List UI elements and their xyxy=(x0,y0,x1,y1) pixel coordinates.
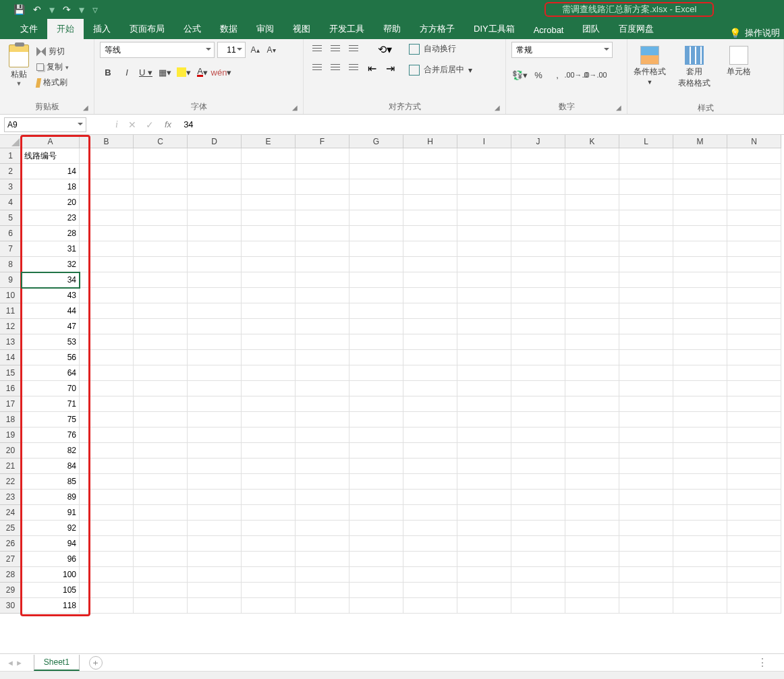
cell-N15[interactable] xyxy=(727,365,781,381)
cell-H14[interactable] xyxy=(403,350,457,365)
tab-acrobat[interactable]: Acrobat xyxy=(524,21,573,39)
redo-icon[interactable]: ↷ xyxy=(63,4,71,15)
cell-J19[interactable] xyxy=(511,427,565,443)
cell-K4[interactable] xyxy=(565,195,619,210)
cut-button[interactable]: 剪切 xyxy=(36,46,69,57)
tab-data[interactable]: 数据 xyxy=(211,19,247,39)
cell-L22[interactable] xyxy=(619,474,673,490)
column-header-N[interactable]: N xyxy=(727,135,781,148)
cell-G1[interactable] xyxy=(349,148,403,164)
cell-L23[interactable] xyxy=(619,490,673,505)
cell-K20[interactable] xyxy=(565,443,619,459)
cell-F14[interactable] xyxy=(296,350,349,365)
cell-M28[interactable] xyxy=(673,567,727,583)
cell-G13[interactable] xyxy=(349,334,403,350)
cell-A9[interactable]: 34 xyxy=(22,272,80,288)
cell-E29[interactable] xyxy=(242,583,296,598)
cell-M17[interactable] xyxy=(673,396,727,412)
cell-J4[interactable] xyxy=(511,195,565,210)
cell-M26[interactable] xyxy=(673,536,727,552)
cell-G12[interactable] xyxy=(349,319,403,334)
cell-C22[interactable] xyxy=(134,474,188,490)
cell-D6[interactable] xyxy=(188,226,242,241)
wrap-text-button[interactable]: 自动换行 xyxy=(406,42,475,56)
format-table-button[interactable]: 套用 表格格式 xyxy=(677,46,711,89)
cell-D29[interactable] xyxy=(188,583,242,598)
row-header-23[interactable]: 23 xyxy=(0,490,22,505)
cell-B7[interactable] xyxy=(80,241,134,257)
cell-F9[interactable] xyxy=(296,272,349,288)
font-size-select[interactable]: 11 xyxy=(217,42,246,58)
cell-K3[interactable] xyxy=(565,179,619,195)
tab-home[interactable]: 开始 xyxy=(47,19,84,39)
cell-M24[interactable] xyxy=(673,505,727,521)
cell-J1[interactable] xyxy=(511,148,565,164)
cell-D19[interactable] xyxy=(188,427,242,443)
cell-H7[interactable] xyxy=(403,241,457,257)
align-bottom-button[interactable] xyxy=(345,42,362,57)
cell-I20[interactable] xyxy=(457,443,511,459)
cell-E5[interactable] xyxy=(242,210,296,226)
cell-I1[interactable] xyxy=(457,148,511,164)
cell-C16[interactable] xyxy=(134,381,188,396)
dialog-launcher-icon[interactable]: ◢ xyxy=(292,104,298,111)
cell-M5[interactable] xyxy=(673,210,727,226)
cell-N10[interactable] xyxy=(727,288,781,303)
cell-E21[interactable] xyxy=(242,459,296,474)
cell-M20[interactable] xyxy=(673,443,727,459)
cell-J15[interactable] xyxy=(511,365,565,381)
row-header-26[interactable]: 26 xyxy=(0,536,22,552)
row-header-21[interactable]: 21 xyxy=(0,459,22,474)
cell-F6[interactable] xyxy=(296,226,349,241)
cell-C2[interactable] xyxy=(134,164,188,179)
cell-J21[interactable] xyxy=(511,459,565,474)
cell-N6[interactable] xyxy=(727,226,781,241)
cell-N7[interactable] xyxy=(727,241,781,257)
cell-G21[interactable] xyxy=(349,459,403,474)
cell-H5[interactable] xyxy=(403,210,457,226)
cell-M16[interactable] xyxy=(673,381,727,396)
increase-indent-button[interactable]: ⇥ xyxy=(382,61,398,76)
cell-B20[interactable] xyxy=(80,443,134,459)
cell-C17[interactable] xyxy=(134,396,188,412)
cell-A1[interactable]: 线路编号 xyxy=(22,148,80,164)
row-header-18[interactable]: 18 xyxy=(0,412,22,427)
decrease-font-button[interactable]: A▾ xyxy=(264,42,278,57)
cell-L19[interactable] xyxy=(619,427,673,443)
cell-E15[interactable] xyxy=(242,365,296,381)
cell-K26[interactable] xyxy=(565,536,619,552)
row-header-14[interactable]: 14 xyxy=(0,350,22,365)
cell-K30[interactable] xyxy=(565,598,619,614)
cell-I12[interactable] xyxy=(457,319,511,334)
cell-G22[interactable] xyxy=(349,474,403,490)
column-header-G[interactable]: G xyxy=(349,135,403,148)
cell-A15[interactable]: 64 xyxy=(22,365,80,381)
cell-H20[interactable] xyxy=(403,443,457,459)
cell-N13[interactable] xyxy=(727,334,781,350)
cell-B25[interactable] xyxy=(80,521,134,536)
cell-I26[interactable] xyxy=(457,536,511,552)
cell-K16[interactable] xyxy=(565,381,619,396)
cell-F12[interactable] xyxy=(296,319,349,334)
fill-color-button[interactable]: ▾ xyxy=(175,65,192,80)
cell-A26[interactable]: 94 xyxy=(22,536,80,552)
cell-M19[interactable] xyxy=(673,427,727,443)
cell-I21[interactable] xyxy=(457,459,511,474)
cell-M9[interactable] xyxy=(673,272,727,288)
cell-K11[interactable] xyxy=(565,303,619,319)
cell-E10[interactable] xyxy=(242,288,296,303)
row-header-27[interactable]: 27 xyxy=(0,552,22,567)
cell-styles-button[interactable]: 单元格 xyxy=(722,46,756,78)
tab-pagelayout[interactable]: 页面布局 xyxy=(120,19,174,39)
cell-J8[interactable] xyxy=(511,257,565,272)
cell-A14[interactable]: 56 xyxy=(22,350,80,365)
cell-J28[interactable] xyxy=(511,567,565,583)
cell-J10[interactable] xyxy=(511,288,565,303)
cell-G8[interactable] xyxy=(349,257,403,272)
cell-K10[interactable] xyxy=(565,288,619,303)
cell-H15[interactable] xyxy=(403,365,457,381)
cell-B21[interactable] xyxy=(80,459,134,474)
cell-H9[interactable] xyxy=(403,272,457,288)
cell-C29[interactable] xyxy=(134,583,188,598)
cell-L11[interactable] xyxy=(619,303,673,319)
